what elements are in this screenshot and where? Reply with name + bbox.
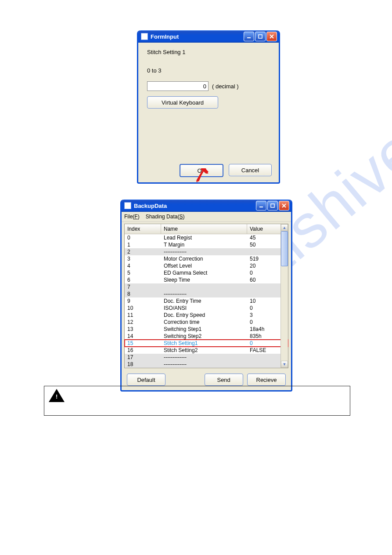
cell-name: ------------- bbox=[161, 361, 247, 368]
range-label: 0 to 3 bbox=[147, 67, 162, 74]
decimal-label: ( decimal ) bbox=[212, 83, 239, 90]
receive-button[interactable]: Recieve bbox=[247, 374, 286, 386]
table-row[interactable]: 7 bbox=[125, 283, 288, 290]
table-row[interactable]: 9Doc. Entry Time10 bbox=[125, 297, 288, 305]
backupdata-titlebar[interactable]: BackupData bbox=[122, 200, 291, 212]
vertical-scrollbar[interactable]: ▲ ▼ bbox=[281, 224, 288, 368]
cell-index: 16 bbox=[125, 347, 161, 354]
cell-name: Stitch Setting2 bbox=[161, 347, 247, 354]
cell-name: Doc. Entry Time bbox=[161, 297, 247, 305]
svg-rect-1 bbox=[259, 35, 262, 38]
cell-index: 6 bbox=[125, 276, 161, 283]
data-table-wrap: Index Name Value 0Lead Regist451T Margin… bbox=[124, 224, 288, 368]
cell-name: Switching Step2 bbox=[161, 333, 247, 340]
default-button[interactable]: Default bbox=[127, 374, 165, 386]
table-row[interactable]: 6Sleep Time60 bbox=[125, 276, 288, 283]
table-row[interactable]: 4Offset Level20 bbox=[125, 262, 288, 269]
cell-name: Offset Level bbox=[161, 262, 247, 269]
forminput-titlebar[interactable]: FormInput bbox=[138, 30, 279, 43]
table-row[interactable]: 1T Margin50 bbox=[125, 241, 288, 248]
col-header-name[interactable]: Name bbox=[161, 224, 247, 234]
cell-name: ISO/ANSI bbox=[161, 305, 247, 312]
table-row[interactable]: 0Lead Regist45 bbox=[125, 234, 288, 242]
menu-shading[interactable]: Shading Data(S) bbox=[146, 214, 185, 220]
table-row[interactable]: 14Switching Step2835h bbox=[125, 333, 288, 340]
cell-index: 4 bbox=[125, 262, 161, 269]
table-row[interactable]: 11Doc. Entry Speed3 bbox=[125, 312, 288, 319]
default-label: Default bbox=[137, 377, 155, 383]
table-row[interactable]: 10ISO/ANSI0 bbox=[125, 305, 288, 312]
svg-rect-0 bbox=[247, 37, 251, 38]
virtual-keyboard-label: Virtual Keyboard bbox=[162, 99, 204, 106]
cell-index: 11 bbox=[125, 312, 161, 319]
cell-index: 3 bbox=[125, 255, 161, 262]
table-row[interactable]: 12Correction time0 bbox=[125, 319, 288, 326]
table-row[interactable]: 2------------- bbox=[125, 248, 288, 255]
cell-name: ------------- bbox=[161, 248, 247, 255]
cancel-label: Cancel bbox=[241, 167, 259, 174]
scroll-up-button[interactable]: ▲ bbox=[281, 224, 288, 231]
scroll-down-button[interactable]: ▼ bbox=[281, 361, 288, 368]
table-row[interactable]: 13Switching Step118a4h bbox=[125, 326, 288, 333]
warning-triangle-icon: ! bbox=[49, 389, 65, 402]
cell-name: ED Gamma Select bbox=[161, 269, 247, 276]
col-header-index[interactable]: Index bbox=[125, 224, 161, 234]
table-row[interactable]: 18------------- bbox=[125, 361, 288, 368]
cell-index: 13 bbox=[125, 326, 161, 333]
maximize-button[interactable] bbox=[255, 32, 266, 41]
minimize-button[interactable] bbox=[244, 32, 254, 41]
cell-index: 8 bbox=[125, 290, 161, 297]
close-button[interactable] bbox=[266, 32, 277, 41]
svg-rect-8 bbox=[271, 204, 274, 207]
backupdata-title: BackupData bbox=[134, 203, 167, 209]
cell-index: 0 bbox=[125, 234, 161, 242]
cell-index: 17 bbox=[125, 354, 161, 361]
table-row[interactable]: 16Stitch Setting2FALSE bbox=[125, 347, 288, 354]
cell-index: 10 bbox=[125, 305, 161, 312]
send-label: Send bbox=[217, 377, 230, 383]
table-row[interactable]: 15Stitch Setting10 bbox=[125, 340, 288, 347]
cell-name: Sleep Time bbox=[161, 276, 247, 283]
cell-index: 15 bbox=[125, 340, 161, 347]
warning-box: ! bbox=[44, 386, 350, 416]
cell-name: ------------- bbox=[161, 354, 247, 361]
app-icon bbox=[141, 33, 148, 40]
data-table: Index Name Value 0Lead Regist451T Margin… bbox=[125, 224, 288, 368]
cell-name: Stitch Setting1 bbox=[161, 340, 247, 347]
scroll-thumb[interactable] bbox=[281, 231, 288, 266]
cell-name bbox=[161, 283, 247, 290]
cell-name: ------------- bbox=[161, 290, 247, 297]
cell-name: Lead Regist bbox=[161, 234, 247, 242]
svg-rect-7 bbox=[259, 207, 263, 207]
table-row[interactable]: 17------------- bbox=[125, 354, 288, 361]
value-input[interactable] bbox=[147, 81, 209, 91]
cell-name: Correction time bbox=[161, 319, 247, 326]
cancel-button[interactable]: Cancel bbox=[229, 164, 272, 176]
cell-index: 18 bbox=[125, 361, 161, 368]
cell-index: 1 bbox=[125, 241, 161, 248]
cell-name: Motor Correction bbox=[161, 255, 247, 262]
minimize-button[interactable] bbox=[256, 201, 266, 210]
forminput-window: FormInput Stitch Setting 1 0 to 3 ( deci… bbox=[137, 30, 280, 184]
table-row[interactable]: 5ED Gamma Select0 bbox=[125, 269, 288, 276]
red-arrow-annotation bbox=[195, 168, 209, 183]
cell-name: T Margin bbox=[161, 241, 247, 248]
close-button[interactable] bbox=[279, 201, 289, 210]
virtual-keyboard-button[interactable]: Virtual Keyboard bbox=[147, 96, 218, 109]
receive-label: Recieve bbox=[256, 377, 277, 383]
table-row[interactable]: 8------------- bbox=[125, 290, 288, 297]
menu-file[interactable]: File(F) bbox=[124, 214, 140, 220]
maximize-button[interactable] bbox=[267, 201, 278, 210]
cell-index: 12 bbox=[125, 319, 161, 326]
app-icon bbox=[124, 202, 131, 209]
forminput-title: FormInput bbox=[151, 33, 179, 40]
cell-index: 5 bbox=[125, 269, 161, 276]
setting-name-label: Stitch Setting 1 bbox=[147, 49, 185, 55]
cell-name: Doc. Entry Speed bbox=[161, 312, 247, 319]
cell-index: 2 bbox=[125, 248, 161, 255]
send-button[interactable]: Send bbox=[205, 374, 243, 386]
cell-index: 9 bbox=[125, 297, 161, 305]
cell-name: Switching Step1 bbox=[161, 326, 247, 333]
table-row[interactable]: 3Motor Correction519 bbox=[125, 255, 288, 262]
backupdata-window: BackupData File(F) Shading Data(S) Index bbox=[120, 200, 292, 392]
